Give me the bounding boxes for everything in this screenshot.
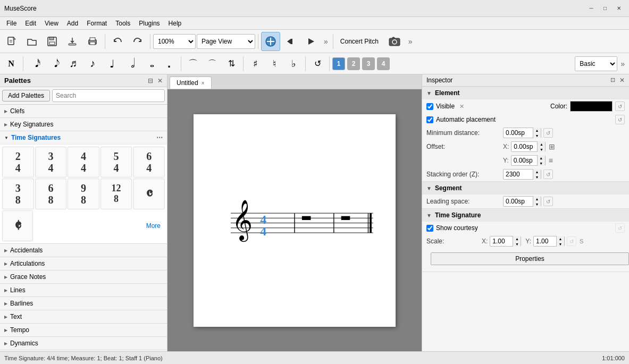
note-dot-button[interactable]: .: [160, 55, 178, 72]
undo-button[interactable]: [108, 32, 127, 51]
palettes-collapse-button[interactable]: ⊟: [148, 77, 153, 84]
sharp-button[interactable]: ♯: [246, 55, 264, 72]
offset-x-input[interactable]: [511, 143, 537, 150]
score-tab-close-button[interactable]: ×: [202, 80, 205, 86]
note-input-button[interactable]: N: [2, 55, 20, 72]
offset-y-up-button[interactable]: ▲: [538, 155, 545, 160]
leading-space-down-button[interactable]: ▼: [533, 201, 541, 207]
more-note-input[interactable]: »: [618, 60, 627, 68]
scale-x-up-button[interactable]: ▲: [513, 236, 521, 241]
palettes-search-input[interactable]: [52, 89, 165, 102]
properties-button[interactable]: Properties: [431, 252, 629, 265]
inspector-element-header[interactable]: ▼ Element: [422, 87, 629, 99]
menu-format[interactable]: Format: [82, 19, 111, 28]
menu-view[interactable]: View: [40, 19, 63, 28]
time-sig-3-8[interactable]: 38: [2, 179, 34, 209]
menu-help[interactable]: Help: [164, 19, 186, 28]
inspector-detach-button[interactable]: ⊡: [610, 77, 615, 84]
min-distance-down-button[interactable]: ▼: [533, 133, 541, 138]
min-distance-spinbox[interactable]: ▲ ▼: [503, 128, 541, 138]
voice4-button[interactable]: 4: [377, 57, 390, 70]
more-playback[interactable]: »: [322, 37, 330, 46]
color-reset-button[interactable]: ↺: [615, 101, 625, 111]
offset-y-down-button[interactable]: ▼: [538, 160, 545, 166]
upload-button[interactable]: [63, 32, 82, 51]
show-courtesy-checkbox[interactable]: [426, 225, 433, 232]
min-distance-input[interactable]: [504, 129, 533, 137]
scale-y-input[interactable]: [534, 238, 556, 245]
rewind-button[interactable]: [281, 32, 300, 51]
note-64th-button[interactable]: 𝅘𝅥𝅯: [26, 55, 44, 72]
stacking-spinbox[interactable]: ▲ ▼: [503, 169, 541, 180]
stacking-reset-button[interactable]: ↺: [543, 170, 553, 179]
redo-button[interactable]: [128, 32, 147, 51]
menu-plugins[interactable]: Plugins: [135, 19, 164, 28]
slur-button[interactable]: ⌒: [203, 55, 221, 72]
note-8th-button[interactable]: ♪: [83, 55, 102, 72]
scale-y-spinbox[interactable]: ▲ ▼: [533, 236, 565, 247]
time-sig-4-4[interactable]: 44: [68, 147, 99, 177]
open-button[interactable]: [22, 32, 41, 51]
repeat-button[interactable]: ↺: [308, 55, 326, 72]
note-whole-button[interactable]: 𝅝: [141, 55, 159, 72]
leading-space-up-button[interactable]: ▲: [533, 196, 541, 201]
note-32nd-button[interactable]: 𝅘𝅥𝅮: [45, 55, 63, 72]
stacking-down-button[interactable]: ▼: [533, 174, 541, 180]
scale-y-up-button[interactable]: ▲: [557, 236, 564, 241]
natural-button[interactable]: ♮: [265, 55, 283, 72]
inspector-close-button[interactable]: ✕: [619, 77, 625, 84]
voice-mode-select[interactable]: Basic Advanced: [575, 56, 617, 71]
palette-lines-header[interactable]: ▶ Lines: [0, 284, 167, 297]
scale-link-icon[interactable]: S: [580, 238, 583, 244]
time-sig-5-4[interactable]: 54: [100, 147, 132, 177]
offset-x-down-button[interactable]: ▼: [538, 147, 545, 152]
leading-space-input[interactable]: [504, 198, 533, 205]
leading-space-spinbox[interactable]: ▲ ▼: [503, 196, 541, 207]
time-sig-9-8[interactable]: 98: [68, 179, 99, 209]
offset-y-input[interactable]: [511, 157, 537, 164]
voice1-button[interactable]: 1: [332, 57, 345, 70]
palette-tempo-header[interactable]: ▶ Tempo: [0, 324, 167, 336]
view-mode-select[interactable]: Page View Continuous View: [197, 34, 255, 49]
palette-articulations-header[interactable]: ▶ Articulations: [0, 257, 167, 270]
menu-edit[interactable]: Edit: [21, 19, 40, 28]
stacking-up-button[interactable]: ▲: [533, 169, 541, 174]
scale-x-spinbox[interactable]: ▲ ▼: [490, 236, 521, 247]
show-courtesy-reset-button[interactable]: ↺: [615, 223, 625, 233]
screenshot-button[interactable]: [384, 32, 405, 51]
play-button[interactable]: [301, 32, 321, 51]
maximize-button[interactable]: □: [599, 4, 611, 13]
offset-y-spinbox[interactable]: ▲ ▼: [511, 155, 546, 166]
score-tab-untitled[interactable]: Untitled ×: [170, 77, 212, 89]
time-sig-6-8[interactable]: 68: [35, 179, 67, 209]
add-palettes-button[interactable]: Add Palettes: [2, 90, 50, 101]
minimize-button[interactable]: ─: [585, 4, 597, 13]
time-sig-6-4[interactable]: 64: [133, 147, 165, 177]
scale-reset-button[interactable]: ↺: [567, 236, 576, 246]
time-sigs-more-button[interactable]: More: [144, 221, 163, 231]
visible-reset-icon[interactable]: ✕: [459, 103, 464, 110]
palette-barlines-header[interactable]: ▶ Barlines: [0, 297, 167, 310]
voice2-button[interactable]: 2: [347, 57, 360, 70]
mixer-button[interactable]: [261, 32, 280, 51]
palette-key-signatures-header[interactable]: ▶ Key Signatures: [0, 118, 167, 131]
menu-file[interactable]: File: [2, 19, 21, 28]
palette-grace-notes-header[interactable]: ▶ Grace Notes: [0, 270, 167, 283]
leading-space-reset-button[interactable]: ↺: [543, 197, 553, 206]
palette-text-header[interactable]: ▶ Text: [0, 310, 167, 323]
palette-accidentals-header[interactable]: ▶ Accidentals: [0, 244, 167, 257]
more-toolbar[interactable]: »: [406, 37, 415, 46]
stacking-input[interactable]: [504, 171, 533, 178]
close-button[interactable]: ✕: [613, 4, 625, 13]
color-picker[interactable]: [570, 101, 613, 112]
min-distance-up-button[interactable]: ▲: [533, 128, 541, 133]
time-sig-3-4[interactable]: 34: [35, 147, 67, 177]
time-sigs-options-button[interactable]: ⋯: [156, 134, 163, 141]
zoom-select[interactable]: 100% 75% 150%: [153, 34, 196, 49]
note-quarter-button[interactable]: ♩: [103, 55, 121, 72]
time-sig-cut[interactable]: 𝄵: [2, 210, 33, 241]
flip-button[interactable]: ⇅: [222, 55, 240, 72]
inspector-time-sig-header[interactable]: ▼ Time Signature: [422, 209, 629, 222]
time-sig-common[interactable]: 𝄴: [133, 179, 165, 209]
inspector-segment-header[interactable]: ▼ Segment: [422, 182, 629, 194]
